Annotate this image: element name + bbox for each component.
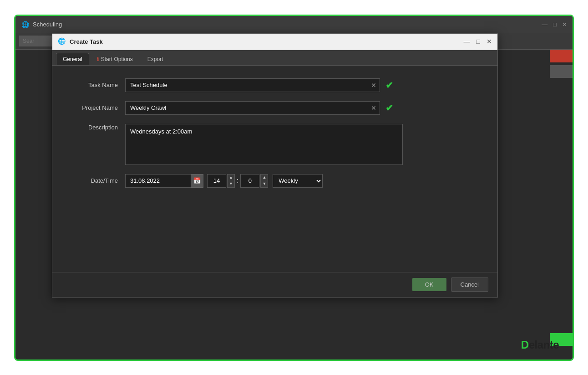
date-input[interactable] bbox=[125, 174, 191, 188]
dialog-app-icon: 🌐 bbox=[58, 37, 66, 46]
datetime-input-wrap: 📅 ▲ ▼ : bbox=[125, 174, 479, 188]
scheduling-titlebar: 🌐 Scheduling — □ ✕ bbox=[15, 16, 573, 33]
tab-export-label: Export bbox=[147, 56, 163, 62]
minute-down-btn[interactable]: ▼ bbox=[261, 181, 268, 187]
gray-action-button[interactable] bbox=[550, 65, 573, 78]
project-name-row: Project Name ✕ ✔ bbox=[71, 101, 479, 115]
scheduling-window: 🌐 Scheduling — □ ✕ Task Seat 🌐 Crea bbox=[15, 16, 573, 360]
project-name-input[interactable] bbox=[125, 101, 380, 115]
datetime-row: Date/Time 📅 ▲ ▼ bbox=[71, 174, 479, 188]
dialog-close-btn[interactable]: ✕ bbox=[487, 38, 492, 45]
tab-export[interactable]: Export bbox=[141, 53, 170, 65]
description-label: Description bbox=[71, 124, 125, 131]
hour-up-btn[interactable]: ▲ bbox=[228, 175, 234, 181]
red-action-button[interactable] bbox=[550, 50, 573, 62]
dialog-titlebar: 🌐 Create Task — □ ✕ bbox=[52, 34, 497, 50]
project-name-valid-icon: ✔ bbox=[385, 103, 393, 113]
hour-input[interactable] bbox=[207, 174, 226, 188]
project-name-label: Project Name bbox=[71, 104, 125, 111]
datetime-label: Date/Time bbox=[71, 177, 125, 184]
hour-arrows: ▲ ▼ bbox=[227, 174, 235, 188]
description-input-wrap: Wednesdays at 2:00am bbox=[125, 124, 479, 165]
minute-input[interactable] bbox=[240, 174, 259, 188]
delante-logo: Delante bbox=[521, 339, 559, 351]
outer-border: 🌐 Scheduling — □ ✕ Task Seat 🌐 Crea bbox=[14, 15, 574, 361]
project-name-clear-btn[interactable]: ✕ bbox=[367, 104, 380, 112]
search-input[interactable] bbox=[19, 36, 56, 46]
ok-button[interactable]: OK bbox=[412, 278, 446, 291]
dialog-title: Create Task bbox=[70, 38, 460, 45]
scheduling-maximize-btn[interactable]: □ bbox=[553, 21, 557, 28]
create-task-dialog: 🌐 Create Task — □ ✕ General ℹStart Optio… bbox=[52, 33, 498, 298]
tab-general-label: General bbox=[63, 56, 82, 62]
scheduling-app-icon: 🌐 bbox=[21, 21, 29, 29]
project-name-input-wrap: ✕ ✔ bbox=[125, 101, 479, 115]
description-textarea[interactable]: Wednesdays at 2:00am bbox=[125, 124, 403, 165]
hour-spinner: ▲ ▼ bbox=[207, 174, 235, 188]
task-name-row: Task Name ✕ ✔ bbox=[71, 78, 479, 92]
scheduling-win-controls: — □ ✕ bbox=[542, 21, 567, 28]
scheduling-minimize-btn[interactable]: — bbox=[542, 21, 547, 28]
minute-up-btn[interactable]: ▲ bbox=[261, 175, 268, 181]
description-row: Description Wednesdays at 2:00am bbox=[71, 124, 479, 165]
delante-d-char: D bbox=[521, 339, 529, 351]
task-name-valid-icon: ✔ bbox=[385, 80, 393, 91]
task-name-label: Task Name bbox=[71, 82, 125, 88]
calendar-button[interactable]: 📅 bbox=[191, 174, 203, 188]
tab-start-options[interactable]: ℹStart Options bbox=[90, 53, 140, 65]
dialog-footer: OK Cancel bbox=[52, 272, 497, 297]
dialog-body: Task Name ✕ ✔ Project Name ✕ ✔ bbox=[52, 66, 497, 210]
dialog-minimize-btn[interactable]: — bbox=[464, 38, 470, 45]
task-name-input[interactable] bbox=[125, 78, 380, 92]
time-colon: : bbox=[235, 177, 240, 185]
task-name-input-wrap: ✕ ✔ bbox=[125, 78, 479, 92]
start-options-warning-icon: ℹ bbox=[97, 56, 99, 62]
dialog-maximize-btn[interactable]: □ bbox=[476, 38, 480, 45]
calendar-icon: 📅 bbox=[193, 177, 201, 184]
cancel-button[interactable]: Cancel bbox=[451, 277, 488, 292]
tab-start-options-label: Start Options bbox=[101, 56, 133, 62]
minute-spinner: ▲ ▼ bbox=[240, 174, 268, 188]
scheduling-close-btn[interactable]: ✕ bbox=[562, 21, 567, 28]
tabs-bar: General ℹStart Options Export bbox=[52, 50, 497, 66]
hour-down-btn[interactable]: ▼ bbox=[228, 181, 234, 187]
task-name-clear-btn[interactable]: ✕ bbox=[367, 82, 380, 89]
frequency-select[interactable]: Once Daily Weekly Monthly bbox=[273, 174, 323, 188]
dialog-win-controls: — □ ✕ bbox=[464, 38, 492, 45]
scheduling-title: Scheduling bbox=[33, 21, 538, 28]
minute-arrows: ▲ ▼ bbox=[260, 174, 268, 188]
delante-rest: elante bbox=[529, 339, 559, 351]
tab-general[interactable]: General bbox=[56, 53, 89, 65]
